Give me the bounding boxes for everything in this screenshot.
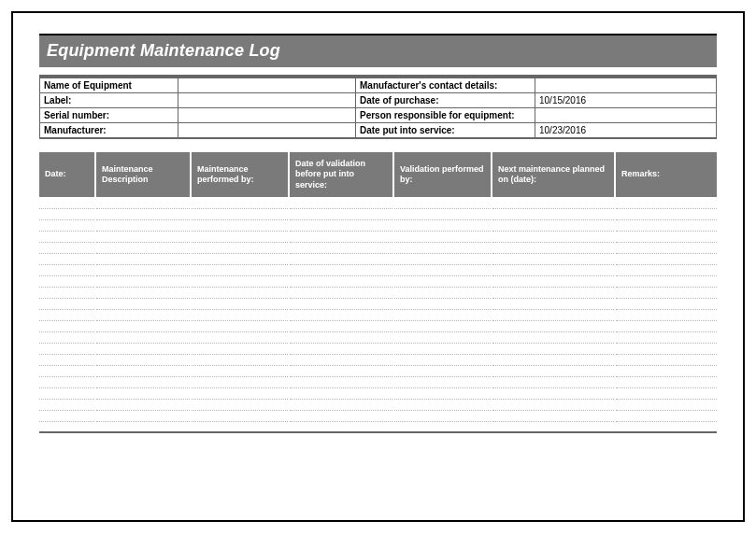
log-cell[interactable] [39, 287, 95, 298]
log-cell[interactable] [615, 253, 717, 264]
log-cell[interactable] [39, 197, 95, 208]
log-cell[interactable] [393, 197, 492, 208]
log-cell[interactable] [615, 320, 717, 331]
log-cell[interactable] [492, 287, 615, 298]
log-cell[interactable] [191, 365, 289, 376]
log-cell[interactable] [191, 264, 289, 275]
log-cell[interactable] [95, 231, 191, 242]
log-cell[interactable] [191, 287, 289, 298]
log-cell[interactable] [95, 219, 191, 231]
log-cell[interactable] [39, 242, 95, 253]
log-cell[interactable] [492, 264, 615, 275]
log-cell[interactable] [95, 242, 191, 253]
log-cell[interactable] [95, 376, 191, 387]
log-cell[interactable] [39, 331, 95, 343]
log-cell[interactable] [393, 264, 492, 275]
log-cell[interactable] [289, 242, 393, 253]
log-cell[interactable] [393, 421, 492, 432]
log-cell[interactable] [289, 208, 393, 219]
log-cell[interactable] [39, 421, 95, 432]
log-cell[interactable] [191, 331, 289, 343]
log-cell[interactable] [393, 387, 492, 399]
log-cell[interactable] [393, 242, 492, 253]
log-cell[interactable] [393, 253, 492, 264]
log-cell[interactable] [289, 331, 393, 343]
log-cell[interactable] [39, 309, 95, 320]
log-cell[interactable] [191, 399, 289, 410]
log-cell[interactable] [492, 376, 615, 387]
log-cell[interactable] [39, 399, 95, 410]
log-cell[interactable] [492, 410, 615, 421]
log-cell[interactable] [492, 399, 615, 410]
log-cell[interactable] [615, 264, 717, 275]
log-cell[interactable] [191, 197, 289, 208]
log-cell[interactable] [191, 219, 289, 231]
log-cell[interactable] [191, 410, 289, 421]
log-cell[interactable] [95, 365, 191, 376]
log-cell[interactable] [191, 231, 289, 242]
log-cell[interactable] [191, 208, 289, 219]
log-cell[interactable] [615, 231, 717, 242]
log-cell[interactable] [95, 421, 191, 432]
log-cell[interactable] [39, 275, 95, 287]
log-cell[interactable] [191, 275, 289, 287]
log-cell[interactable] [492, 365, 615, 376]
log-cell[interactable] [289, 399, 393, 410]
log-cell[interactable] [95, 331, 191, 343]
log-cell[interactable] [615, 287, 717, 298]
log-cell[interactable] [95, 197, 191, 208]
log-cell[interactable] [615, 275, 717, 287]
log-cell[interactable] [289, 231, 393, 242]
log-cell[interactable] [95, 208, 191, 219]
log-cell[interactable] [492, 242, 615, 253]
log-cell[interactable] [289, 343, 393, 354]
log-cell[interactable] [95, 387, 191, 399]
log-cell[interactable] [289, 421, 393, 432]
log-cell[interactable] [393, 298, 492, 309]
log-cell[interactable] [615, 309, 717, 320]
log-cell[interactable] [39, 298, 95, 309]
log-cell[interactable] [492, 208, 615, 219]
log-cell[interactable] [95, 343, 191, 354]
log-cell[interactable] [39, 343, 95, 354]
log-cell[interactable] [289, 287, 393, 298]
log-cell[interactable] [615, 242, 717, 253]
log-cell[interactable] [289, 264, 393, 275]
log-cell[interactable] [393, 320, 492, 331]
log-cell[interactable] [289, 354, 393, 365]
log-cell[interactable] [492, 298, 615, 309]
log-cell[interactable] [95, 253, 191, 264]
log-cell[interactable] [289, 298, 393, 309]
log-cell[interactable] [39, 208, 95, 219]
log-cell[interactable] [191, 242, 289, 253]
log-cell[interactable] [95, 410, 191, 421]
log-cell[interactable] [615, 376, 717, 387]
log-cell[interactable] [191, 354, 289, 365]
log-cell[interactable] [95, 264, 191, 275]
log-cell[interactable] [289, 376, 393, 387]
log-cell[interactable] [492, 421, 615, 432]
log-cell[interactable] [39, 376, 95, 387]
log-cell[interactable] [289, 253, 393, 264]
log-cell[interactable] [289, 219, 393, 231]
log-cell[interactable] [615, 197, 717, 208]
log-cell[interactable] [492, 320, 615, 331]
log-cell[interactable] [615, 399, 717, 410]
log-cell[interactable] [289, 197, 393, 208]
log-cell[interactable] [39, 354, 95, 365]
log-cell[interactable] [492, 309, 615, 320]
log-cell[interactable] [615, 387, 717, 399]
value-manufacturer-contact[interactable] [535, 77, 717, 93]
log-cell[interactable] [95, 399, 191, 410]
log-cell[interactable] [615, 365, 717, 376]
log-cell[interactable] [393, 275, 492, 287]
log-cell[interactable] [615, 354, 717, 365]
log-cell[interactable] [393, 287, 492, 298]
log-cell[interactable] [39, 320, 95, 331]
log-cell[interactable] [393, 354, 492, 365]
log-cell[interactable] [39, 231, 95, 242]
log-cell[interactable] [39, 219, 95, 231]
log-cell[interactable] [191, 253, 289, 264]
log-cell[interactable] [393, 343, 492, 354]
log-cell[interactable] [615, 208, 717, 219]
